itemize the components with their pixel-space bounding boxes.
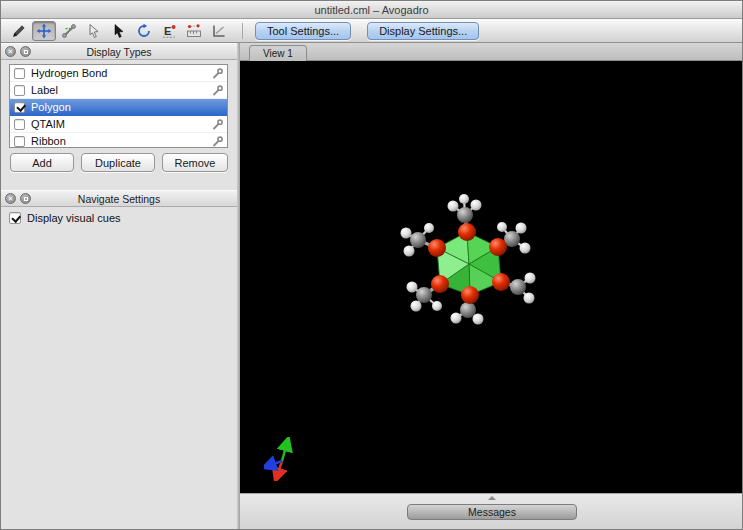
auto-optimize-tool-button[interactable]: E xyxy=(157,21,181,41)
wrench-settings-icon[interactable] xyxy=(212,119,223,130)
axes-indicator-icon xyxy=(264,437,304,481)
display-types-buttons: Add Duplicate Remove xyxy=(1,153,237,172)
close-panel-icon[interactable]: ✕ xyxy=(5,193,16,204)
ribbon-checkbox[interactable] xyxy=(14,136,25,147)
navigate-arrows-icon xyxy=(36,23,52,39)
display-visual-cues-checkbox[interactable] xyxy=(9,212,21,224)
auto-rotate-tool-button[interactable] xyxy=(132,21,156,41)
display-type-row-hydrogen-bond[interactable]: Hydrogen Bond xyxy=(10,65,227,82)
duplicate-button[interactable]: Duplicate xyxy=(81,153,155,172)
messages-dock: Messages xyxy=(240,493,743,530)
view-area: View 1 xyxy=(240,43,743,530)
display-settings-button[interactable]: Display Settings... xyxy=(367,22,479,40)
rotate-arrow-icon xyxy=(136,23,152,39)
tab-label: View 1 xyxy=(263,48,293,59)
wrench-settings-icon[interactable] xyxy=(212,136,223,147)
display-type-row-ribbon[interactable]: Ribbon xyxy=(10,133,227,148)
selection-tool-button[interactable] xyxy=(107,21,131,41)
wrench-settings-icon[interactable] xyxy=(212,68,223,79)
display-type-row-polygon[interactable]: Polygon xyxy=(10,99,227,116)
display-types-list[interactable]: Hydrogen Bond Label Polygon QTAIM xyxy=(9,64,228,148)
3d-viewport[interactable] xyxy=(240,61,743,493)
tool-settings-button[interactable]: Tool Settings... xyxy=(255,22,351,40)
polygon-checkbox[interactable] xyxy=(14,102,25,113)
remove-button[interactable]: Remove xyxy=(162,153,228,172)
main-toolbar: E Tool Settings... Display Settings... xyxy=(1,19,742,43)
navigate-settings-panel-header: ✕ Navigate Settings xyxy=(1,190,237,207)
manipulate-tool-button[interactable] xyxy=(82,21,106,41)
window-titlebar[interactable]: untitled.cml – Avogadro xyxy=(1,1,742,19)
measure-tool-button[interactable] xyxy=(182,21,206,41)
toolbar-separator xyxy=(242,23,243,39)
wrench-settings-icon[interactable] xyxy=(212,85,223,96)
display-type-label: Ribbon xyxy=(31,135,212,147)
add-button[interactable]: Add xyxy=(10,153,74,172)
close-panel-icon[interactable]: ✕ xyxy=(5,46,16,57)
svg-text:E: E xyxy=(164,25,171,37)
display-type-row-qtaim[interactable]: QTAIM xyxy=(10,116,227,133)
draw-tool-button[interactable] xyxy=(7,21,31,41)
label-checkbox[interactable] xyxy=(14,85,25,96)
display-visual-cues-label: Display visual cues xyxy=(27,212,121,224)
display-types-panel-header: ✕ Display Types xyxy=(1,43,237,60)
manipulate-cursor-icon xyxy=(86,23,102,39)
tab-view-1[interactable]: View 1 xyxy=(249,45,307,61)
avogadro-window: untitled.cml – Avogadro xyxy=(0,0,743,530)
view-tab-bar: View 1 xyxy=(240,43,743,61)
float-panel-icon[interactable] xyxy=(20,46,31,57)
messages-button[interactable]: Messages xyxy=(407,504,577,520)
left-dock: ✕ Display Types Hydrogen Bond Label xyxy=(1,43,237,530)
collapse-handle-icon[interactable] xyxy=(488,496,496,500)
optimize-energy-icon: E xyxy=(161,23,177,39)
selection-cursor-icon xyxy=(111,23,127,39)
navigate-tool-button[interactable] xyxy=(32,21,56,41)
display-type-label: Hydrogen Bond xyxy=(31,67,212,79)
qtaim-checkbox[interactable] xyxy=(14,119,25,130)
align-tool-button[interactable] xyxy=(207,21,231,41)
display-type-label: QTAIM xyxy=(31,118,212,130)
main-area: ✕ Display Types Hydrogen Bond Label xyxy=(1,43,743,530)
ruler-icon xyxy=(186,23,202,39)
panel-title: Display Types xyxy=(1,46,237,58)
pencil-icon xyxy=(11,23,27,39)
bond-centric-tool-button[interactable] xyxy=(57,21,81,41)
bond-centric-icon xyxy=(61,23,77,39)
display-type-row-label[interactable]: Label xyxy=(10,82,227,99)
float-panel-icon[interactable] xyxy=(20,193,31,204)
window-title: untitled.cml – Avogadro xyxy=(314,4,428,16)
display-type-label: Polygon xyxy=(31,101,223,113)
panel-title: Navigate Settings xyxy=(1,193,237,205)
hydrogen-bond-checkbox[interactable] xyxy=(14,68,25,79)
display-type-label: Label xyxy=(31,84,212,96)
display-visual-cues-row[interactable]: Display visual cues xyxy=(9,212,121,224)
molecule-rendering xyxy=(349,143,589,383)
align-axes-icon xyxy=(211,23,227,39)
